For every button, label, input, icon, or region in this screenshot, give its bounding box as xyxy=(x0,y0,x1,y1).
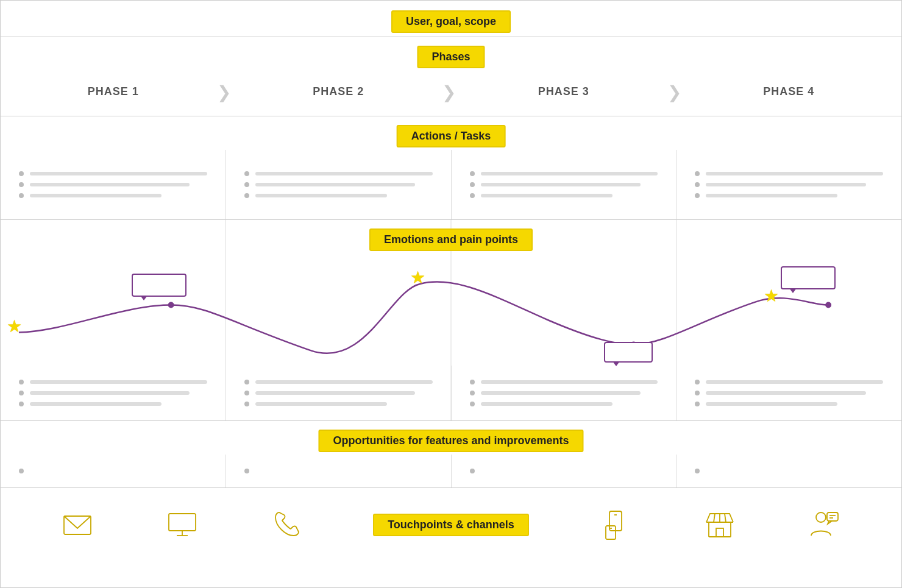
bullet-dot xyxy=(695,193,700,198)
person-chat-svg xyxy=(809,509,840,540)
phase-1-label: PHASE 1 xyxy=(88,85,139,98)
emotions-col-4 xyxy=(676,366,901,420)
bullet-bar xyxy=(481,402,613,406)
touchpoints-section: Touchpoints & channels xyxy=(1,488,901,561)
bullet-line xyxy=(244,402,433,406)
bullet-bar xyxy=(255,172,433,175)
bullet-line xyxy=(470,402,658,406)
bullet-dot xyxy=(19,391,24,395)
bullet-line xyxy=(19,380,207,384)
bullet-bar xyxy=(30,194,162,197)
bullet-line xyxy=(695,402,883,406)
email-svg xyxy=(62,509,93,540)
bullet-dot xyxy=(470,469,475,473)
opp-col-4 xyxy=(676,455,901,487)
person-chat-icon xyxy=(806,506,843,543)
bullet-dot xyxy=(244,171,249,176)
actions-col-3 xyxy=(452,150,677,219)
bullet-bar xyxy=(706,402,837,406)
svg-rect-21 xyxy=(827,512,838,521)
bullet-dot xyxy=(19,171,24,176)
emotions-label: Emotions and pain points xyxy=(369,228,533,251)
phase-3-arrow: ❯ xyxy=(667,82,681,102)
bullet-line xyxy=(695,171,883,176)
bullet-line xyxy=(244,182,433,187)
bullet-line xyxy=(244,193,433,198)
bullet-line xyxy=(19,391,207,395)
bullet-line xyxy=(470,391,658,395)
bullet-line xyxy=(19,171,207,176)
bullet-line xyxy=(470,171,658,176)
bullet-bar xyxy=(706,391,865,395)
actions-label: Actions / Tasks xyxy=(397,125,506,147)
opportunities-label: Opportunities for features and improveme… xyxy=(318,430,583,452)
actions-col-1 xyxy=(1,150,226,219)
bullet-bar xyxy=(30,183,190,186)
bullet-bar xyxy=(481,391,641,395)
bullet-bar xyxy=(255,402,387,406)
bullet-dot xyxy=(470,380,475,384)
bullet-dot xyxy=(695,469,700,473)
mobile-svg xyxy=(600,509,631,540)
bullet-dot xyxy=(19,193,24,198)
bullet-dot xyxy=(695,171,700,176)
emotions-col-3 xyxy=(452,366,677,420)
bullet-bar xyxy=(30,172,207,175)
mobile-icon xyxy=(597,506,634,543)
bullet-bar xyxy=(255,194,387,197)
phase-1-arrow: ❯ xyxy=(217,82,231,102)
bullet-dot xyxy=(244,182,249,187)
bullet-bar xyxy=(255,380,433,384)
bullet-bar xyxy=(30,391,190,395)
phases-label: Phases xyxy=(417,46,485,68)
bullet-dot xyxy=(19,380,24,384)
svg-point-3 xyxy=(168,302,174,308)
bullet-line xyxy=(19,182,207,187)
bullet-bar xyxy=(481,172,658,175)
emotions-col-1 xyxy=(1,366,226,420)
bullet-line xyxy=(244,380,433,384)
svg-point-20 xyxy=(816,512,826,522)
phase-3-label: PHASE 3 xyxy=(538,85,589,98)
svg-rect-14 xyxy=(709,522,731,537)
bullet-bar xyxy=(706,172,883,175)
bullet-bar xyxy=(30,402,162,406)
bullet-dot xyxy=(695,380,700,384)
svg-line-19 xyxy=(725,514,726,522)
bullet-line xyxy=(244,469,255,473)
bullet-bar xyxy=(706,380,883,384)
svg-rect-16 xyxy=(716,528,723,537)
bullet-dot xyxy=(244,380,249,384)
monitor-icon xyxy=(164,506,201,543)
phase-2-arrow: ❯ xyxy=(442,82,456,102)
phase-2-label: PHASE 2 xyxy=(313,85,364,98)
star-icon-2: ★ xyxy=(410,267,425,288)
bullet-line xyxy=(244,171,433,176)
bullet-line xyxy=(470,469,481,473)
bullet-line xyxy=(470,182,658,187)
bullet-bar xyxy=(255,183,415,186)
bullet-dot xyxy=(695,391,700,395)
star-icon-3: ★ xyxy=(764,286,779,306)
bullet-bar xyxy=(706,183,865,186)
user-goal-section: User, goal, scope xyxy=(1,1,901,37)
bullet-line xyxy=(19,402,207,406)
opportunities-section: Opportunities for features and improveme… xyxy=(1,421,901,488)
speech-bubble-1 xyxy=(132,274,186,297)
bullet-dot xyxy=(19,402,24,406)
email-icon xyxy=(59,506,96,543)
bullet-line xyxy=(695,182,883,187)
bullet-bar xyxy=(30,380,207,384)
opp-col-1 xyxy=(1,455,226,487)
bullet-dot xyxy=(244,402,249,406)
bullet-dot xyxy=(695,182,700,187)
emotions-bottom-cols xyxy=(1,366,901,420)
bullet-line xyxy=(470,193,658,198)
phase-4: PHASE 4 xyxy=(676,85,902,98)
bullet-dot xyxy=(470,193,475,198)
bullet-bar xyxy=(706,194,837,197)
bullet-line xyxy=(470,380,658,384)
actions-section: Actions / Tasks xyxy=(1,116,901,220)
bullet-dot xyxy=(19,182,24,187)
phase-3: PHASE 3 ❯ xyxy=(451,85,676,98)
